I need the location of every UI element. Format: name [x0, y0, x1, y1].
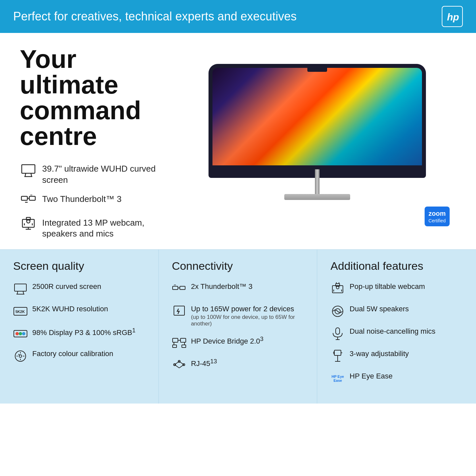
feature-text-screen: 39.7" ultrawide WUHD curved screen	[42, 162, 178, 186]
svg-point-22	[19, 332, 22, 335]
hero-right: zoom Certified	[178, 46, 456, 239]
thunderbolt-small-icon	[172, 282, 186, 296]
svg-rect-26	[173, 286, 178, 290]
connectivity-col: Connectivity 2x Thunderbolt™ 3 U	[159, 250, 318, 404]
monitor-screen	[209, 64, 426, 169]
spec-item-popup-webcam: Pop-up tiltable webcam	[330, 282, 463, 296]
svg-point-23	[22, 332, 25, 335]
spec-text-power: Up to 165W power for 2 devices	[191, 305, 294, 313]
spec-item-curved: 2500R curved screen	[13, 282, 145, 296]
hero-left: Your ultimate command centre 39.7" ultra…	[20, 46, 178, 239]
spec-power-text: Up to 165W power for 2 devices (up to 10…	[191, 304, 304, 327]
list-item: Two Thunderbolt™ 3	[20, 192, 178, 210]
spec-item-5k2k: 5K2K 5K2K WUHD resolution	[13, 304, 145, 319]
eye-ease-label: HP EyeEase	[331, 375, 344, 382]
certified-text: Certified	[429, 218, 446, 224]
feature-list: 39.7" ultrawide WUHD curved screen Two T…	[20, 162, 178, 239]
svg-rect-32	[181, 338, 186, 342]
svg-point-47	[336, 286, 339, 289]
svg-line-44	[179, 365, 184, 368]
webcam-icon	[20, 216, 37, 233]
spec-item-mics: Dual noise-cancelling mics	[330, 326, 463, 341]
svg-line-42	[179, 361, 184, 365]
monitor-image	[202, 64, 433, 222]
svg-rect-31	[173, 338, 178, 342]
svg-text:5K2K: 5K2K	[15, 310, 25, 314]
color-dots-icon	[13, 326, 28, 341]
calibration-icon	[13, 349, 28, 363]
monitor-stand	[315, 169, 320, 196]
spec-text-thunderbolt: 2x Thunderbolt™ 3	[191, 282, 253, 292]
adjustability-icon	[330, 349, 345, 363]
svg-line-43	[175, 365, 179, 368]
list-item: Integrated 13 MP webcam, speakers and mi…	[20, 216, 178, 240]
screen-quality-col: Screen quality 2500R curved screen 5K2K …	[0, 250, 159, 404]
zoom-text: zoom	[429, 209, 446, 218]
feature-text-webcam: Integrated 13 MP webcam, speakers and mi…	[42, 216, 178, 240]
monitor-small-icon	[13, 282, 28, 296]
popup-webcam-icon	[330, 282, 345, 296]
connectivity-header: Connectivity	[172, 260, 304, 272]
hero-title: Your ultimate command centre	[20, 46, 178, 149]
spec-text-rj45: RJ-4513	[191, 357, 217, 369]
spec-item-power: Up to 165W power for 2 devices (up to 10…	[172, 304, 304, 327]
feature-text-thunderbolt: Two Thunderbolt™ 3	[42, 192, 122, 205]
svg-line-16	[23, 291, 24, 294]
svg-rect-53	[334, 350, 341, 355]
speakers-icon	[330, 304, 345, 319]
spec-text-adjustability: 3-way adjustability	[350, 349, 409, 359]
spec-sub-power: (up to 100W for one device, up to 65W fo…	[191, 314, 304, 327]
spec-text-popup-webcam: Pop-up tiltable webcam	[350, 282, 425, 292]
thunderbolt-icon	[20, 192, 37, 210]
svg-line-41	[175, 361, 179, 365]
spec-item-thunderbolt: 2x Thunderbolt™ 3	[172, 282, 304, 296]
banner-text: Perfect for creatives, technical experts…	[13, 10, 296, 23]
hero-section: Your ultimate command centre 39.7" ultra…	[0, 33, 476, 249]
list-item: 39.7" ultrawide WUHD curved screen	[20, 162, 178, 186]
spec-item-rj45: RJ-4513	[172, 357, 304, 372]
zoom-badge: zoom Certified	[425, 207, 450, 226]
spec-item-device-bridge: HP Device Bridge 2.03	[172, 335, 304, 350]
spec-item-eye-ease: HP EyeEase HP Eye Ease	[330, 371, 463, 386]
monitor-base	[284, 194, 350, 200]
svg-line-3	[31, 173, 32, 177]
power-icon	[172, 304, 186, 319]
spec-text-mics: Dual noise-cancelling mics	[350, 326, 435, 336]
svg-rect-28	[180, 286, 185, 290]
svg-point-21	[15, 332, 19, 335]
rj45-icon	[172, 357, 186, 372]
device-bridge-icon	[172, 335, 186, 350]
screen-quality-header: Screen quality	[13, 260, 145, 272]
svg-rect-14	[14, 284, 26, 291]
mic-icon	[330, 326, 345, 341]
svg-rect-36	[173, 345, 177, 348]
spec-text-device-bridge: HP Device Bridge 2.03	[191, 335, 264, 346]
spec-item-adjustability: 3-way adjustability	[330, 349, 463, 363]
additional-features-header: Additional features	[330, 260, 463, 272]
spec-text-calibration: Factory colour calibration	[32, 349, 113, 359]
svg-rect-50	[336, 328, 340, 334]
top-banner: Perfect for creatives, technical experts…	[0, 0, 476, 33]
monitor-icon	[20, 162, 37, 179]
svg-line-2	[25, 173, 26, 177]
spec-item-speakers: Dual 5W speakers	[330, 304, 463, 319]
hp-logo: hp	[442, 6, 463, 27]
5k2k-icon: 5K2K	[13, 304, 28, 319]
svg-rect-37	[182, 345, 186, 348]
eye-ease-icon: HP EyeEase	[330, 371, 345, 386]
spec-item-calibration: Factory colour calibration	[13, 349, 145, 363]
spec-text-displayp3: 98% Display P3 & 100% sRGB1	[32, 326, 135, 338]
spec-text-eye-ease: HP Eye Ease	[350, 371, 392, 381]
svg-rect-30	[174, 306, 184, 315]
specs-section: Screen quality 2500R curved screen 5K2K …	[0, 249, 476, 404]
svg-text:hp: hp	[447, 12, 459, 22]
webcam-bump	[307, 67, 327, 72]
svg-rect-1	[22, 165, 35, 173]
svg-line-15	[17, 291, 18, 294]
svg-rect-7	[29, 196, 35, 200]
spec-text-5k2k: 5K2K WUHD resolution	[32, 304, 108, 314]
additional-features-col: Additional features Pop-up tiltable webc…	[317, 250, 476, 404]
spec-text-speakers: Dual 5W speakers	[350, 304, 409, 314]
spec-item-displayp3: 98% Display P3 & 100% sRGB1	[13, 326, 145, 341]
svg-rect-5	[21, 196, 27, 200]
